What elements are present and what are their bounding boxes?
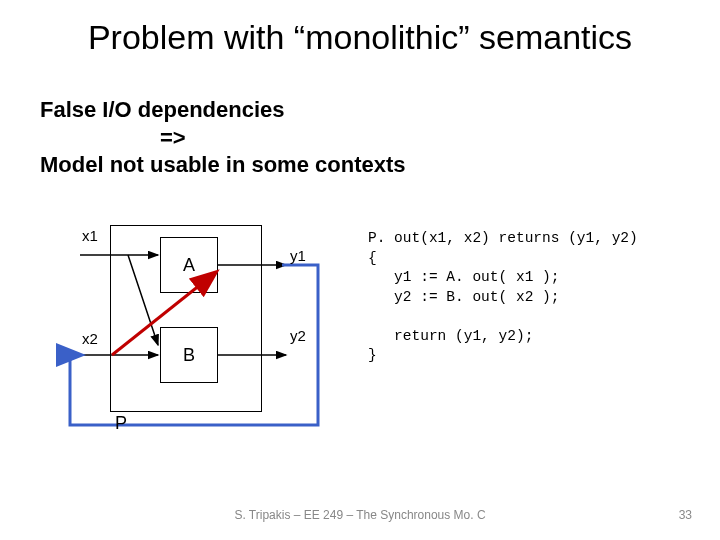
code-line: P. out(x1, x2) returns (y1, y2) xyxy=(368,230,638,246)
page-number: 33 xyxy=(679,508,692,522)
port-label-y1: y1 xyxy=(290,247,306,264)
code-line: } xyxy=(368,347,377,363)
code-line: return (y1, y2); xyxy=(368,328,533,344)
footer-text: S. Tripakis – EE 249 – The Synchronous M… xyxy=(0,508,720,522)
subtitle-line-3: Model not usable in some contexts xyxy=(40,151,406,179)
code-line: { xyxy=(368,250,377,266)
subtitle-block: False I/O dependencies => Model not usab… xyxy=(40,96,406,179)
composite-label-p: P xyxy=(115,413,127,434)
code-line: y2 := B. out( x2 ); xyxy=(368,289,559,305)
code-block: P. out(x1, x2) returns (y1, y2) { y1 := … xyxy=(368,229,638,366)
subtitle-line-2: => xyxy=(40,124,406,152)
port-label-x1: x1 xyxy=(82,227,98,244)
port-label-x2: x2 xyxy=(82,330,98,347)
code-line: y1 := A. out( x1 ); xyxy=(368,269,559,285)
svg-line-5 xyxy=(112,273,215,355)
diagram: A B xyxy=(60,215,330,435)
slide-title: Problem with “monolithic” semantics xyxy=(0,18,720,57)
slide: Problem with “monolithic” semantics Fals… xyxy=(0,0,720,540)
port-label-y2: y2 xyxy=(290,327,306,344)
subtitle-line-1: False I/O dependencies xyxy=(40,96,406,124)
